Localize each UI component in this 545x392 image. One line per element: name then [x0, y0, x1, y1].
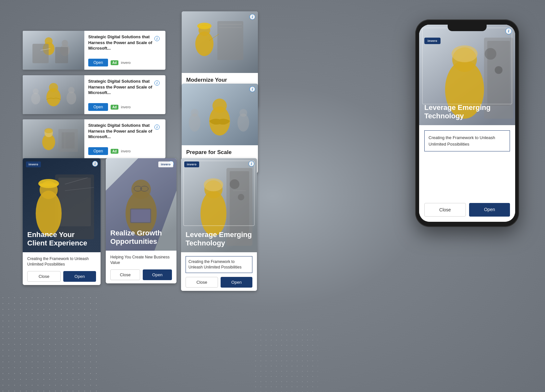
phone-mockup: i invero — [415, 19, 519, 227]
info-icon-sq1[interactable]: i — [249, 14, 255, 20]
phone-ad-content: i invero — [419, 25, 515, 222]
svg-rect-20 — [62, 132, 75, 148]
ad-card-vertical-3: i invero Leverage Emerging Tec — [181, 158, 257, 291]
ad-card-horizontal-2: i Strategic Digital Solutions that Harne… — [23, 75, 165, 114]
ad-actions-2: Open Ad invero — [88, 103, 162, 111]
svg-point-33 — [212, 99, 227, 113]
svg-point-37 — [239, 109, 247, 117]
ad-brand-2: invero — [121, 105, 131, 109]
close-button-v3[interactable]: Close — [186, 277, 218, 288]
v-headline-1: Enhance Your Client Experience — [27, 231, 96, 247]
info-icon-v3[interactable]: i — [248, 161, 254, 167]
phone-buttons: Close Open — [424, 203, 510, 217]
ad-title-2: Strategic Digital Solutions that Harness… — [88, 78, 162, 96]
ad-title-1: Strategic Digital Solutions that Harness… — [88, 34, 162, 51]
svg-point-10 — [49, 83, 58, 92]
ad-actions-3: Open Ad invero — [88, 147, 162, 155]
v-content-2: Helping You Create New Business Value Cl… — [106, 251, 176, 283]
v-buttons-2: Close Open — [110, 269, 172, 280]
v-image-3: i invero Leverage Emerging Tec — [181, 158, 257, 252]
svg-point-69 — [452, 45, 478, 62]
svg-point-72 — [485, 48, 496, 60]
phone-ad-headline: Leverage Emerging Technology — [424, 103, 510, 120]
v-headline-2: Realize Growth Opportunities — [110, 229, 172, 245]
info-icon-3[interactable]: i — [154, 125, 160, 130]
ad-content-1: i Strategic Digital Solutions that Harne… — [84, 31, 165, 70]
ad-content-2: i Strategic Digital Solutions that Harne… — [84, 75, 165, 114]
v-image-1: i invero Enhance Your Client Experien — [23, 158, 101, 252]
ad-brand-1: invero — [121, 61, 131, 65]
phone-info-icon[interactable]: i — [505, 28, 512, 34]
open-button-v3[interactable]: Open — [221, 277, 252, 288]
v-subtext-1: Creating the Framework to Unleash Unlimi… — [27, 256, 96, 267]
ad-card-vertical-2: i invero Realize Growth Opportunities — [106, 158, 176, 283]
open-button-v2[interactable]: Open — [143, 269, 172, 280]
v-buttons-1: Close Open — [27, 271, 96, 282]
ad-thumbnail-2 — [23, 75, 84, 114]
ad-badge-3: Ad — [111, 149, 118, 154]
svg-point-62 — [230, 179, 239, 189]
svg-rect-40 — [58, 178, 91, 226]
info-icon-v1[interactable]: i — [92, 161, 98, 167]
close-button-v1[interactable]: Close — [27, 271, 61, 282]
invero-logo-v3: invero — [184, 161, 199, 167]
dots-decoration-left — [0, 295, 97, 392]
phone-screen: i invero — [419, 25, 515, 222]
info-icon-sq2[interactable]: i — [249, 86, 255, 92]
phone-outer: i invero — [415, 19, 519, 227]
phone-notch — [448, 25, 487, 31]
invero-logo-v1: invero — [26, 161, 41, 167]
v-headline-3: Leverage Emerging Technology — [186, 231, 252, 247]
ad-card-horizontal-1: i Strategic Digital Solutions that Harne… — [23, 31, 165, 70]
svg-point-35 — [191, 109, 199, 117]
phone-close-button[interactable]: Close — [424, 203, 466, 217]
phone-ad-body: Creating the Framework to Unleash Unlimi… — [419, 125, 515, 222]
sq-image-1: i — [182, 11, 258, 73]
phone-invero-logo: invero — [424, 38, 441, 44]
svg-rect-44 — [40, 184, 58, 186]
v-content-3: Creating the Framework to Unleash Unlimi… — [181, 252, 257, 291]
svg-rect-23 — [217, 21, 243, 60]
ad-thumbnail-1 — [23, 31, 84, 70]
ad-thumbnail-3 — [23, 119, 84, 158]
ad-content-3: i Strategic Digital Solutions that Harne… — [84, 119, 165, 158]
v-buttons-3: Close Open — [186, 277, 252, 288]
phone-ad-subtext: Creating the Framework to Unleash Unlimi… — [424, 130, 510, 151]
ad-card-vertical-1: i invero Enhance Your Client Experien — [23, 158, 101, 285]
svg-point-6 — [62, 40, 68, 46]
open-button-v1[interactable]: Open — [63, 271, 96, 282]
info-icon-2[interactable]: i — [154, 80, 160, 86]
sq-title-2: Prepare for Scale — [186, 149, 253, 156]
ad-badge-2: Ad — [111, 105, 118, 110]
open-button-h2[interactable]: Open — [88, 103, 108, 111]
ad-brand-3: invero — [121, 149, 131, 153]
sq-image-2: i — [182, 84, 258, 145]
close-button-v2[interactable]: Close — [110, 269, 140, 280]
svg-point-18 — [44, 128, 53, 133]
svg-point-63 — [238, 194, 244, 200]
v-subtext-2: Helping You Create New Business Value — [110, 255, 172, 266]
phone-ad-image: i invero — [419, 25, 515, 125]
v-content-1: Creating the Framework to Unleash Unlimi… — [23, 252, 101, 285]
ad-badge-1: Ad — [111, 60, 118, 65]
open-button-h3[interactable]: Open — [88, 147, 108, 155]
v-image-2: i invero Realize Growth Opportunities — [106, 158, 176, 251]
phone-open-button[interactable]: Open — [469, 203, 510, 217]
invero-logo-v2: invero — [158, 161, 173, 167]
svg-point-12 — [68, 87, 75, 93]
svg-point-59 — [204, 178, 223, 191]
ad-actions-1: Open Ad invero — [88, 59, 162, 66]
ad-title-3: Strategic Digital Solutions that Harness… — [88, 123, 162, 140]
svg-point-73 — [495, 66, 503, 74]
ad-card-horizontal-3: i Strategic Digital Solutions that Harne… — [23, 119, 165, 158]
svg-rect-29 — [198, 26, 211, 28]
dots-decoration-right — [253, 327, 318, 392]
svg-rect-7 — [55, 47, 68, 63]
svg-rect-3 — [32, 44, 49, 63]
open-button-h1[interactable]: Open — [88, 59, 108, 66]
svg-point-14 — [33, 89, 39, 94]
svg-point-13 — [31, 93, 40, 104]
info-icon-1[interactable]: i — [154, 36, 160, 41]
v-subtext-3: Creating the Framework to Unleash Unlimi… — [186, 256, 252, 273]
